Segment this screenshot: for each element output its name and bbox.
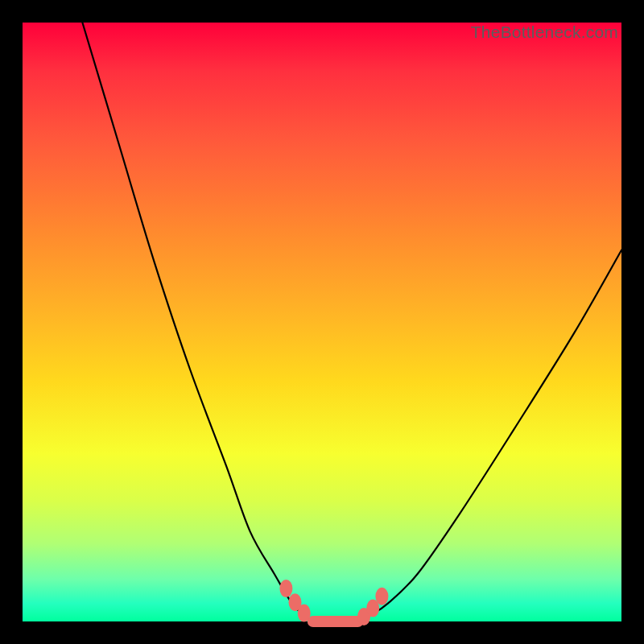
marker-bead [298, 605, 311, 622]
chart-frame: TheBottleneck.com [0, 0, 644, 644]
plot-area [23, 23, 621, 621]
marker-bead [375, 588, 388, 605]
curve-layer [23, 23, 621, 621]
right-curve [358, 250, 621, 621]
left-markers [279, 580, 310, 622]
left-curve [82, 23, 312, 621]
marker-bead [279, 580, 292, 597]
watermark-text: TheBottleneck.com [471, 23, 618, 42]
